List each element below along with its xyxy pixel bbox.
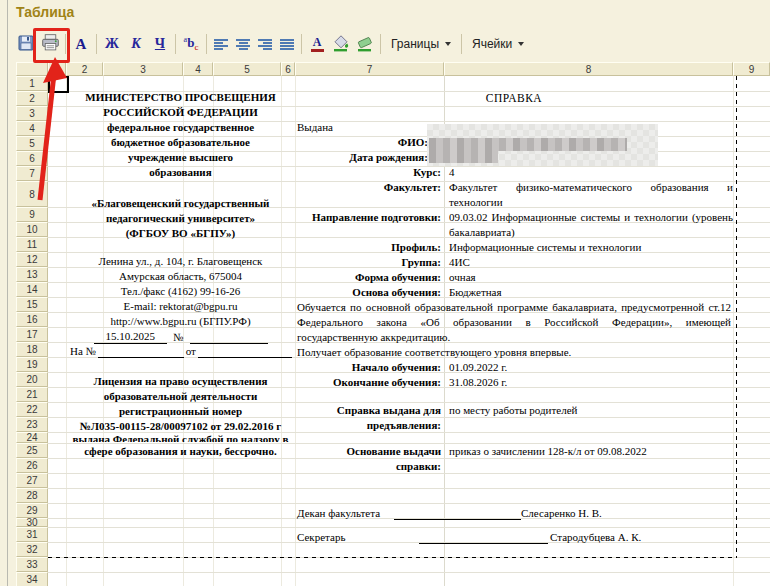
row-header-33[interactable]: 33	[16, 557, 48, 572]
doc-ref-prefix: На №	[70, 345, 96, 358]
row-header-19[interactable]: 19	[16, 357, 48, 372]
doc-paragraph-line-2: государственную аккредитацию.	[297, 331, 731, 344]
row-header-21[interactable]: 21	[16, 387, 48, 402]
redacted-birthdate-value	[429, 151, 498, 163]
row-header-31[interactable]: 31	[16, 527, 48, 542]
column-header-1[interactable]: 1	[48, 62, 66, 76]
field-value-program: бакалавриата)	[449, 226, 733, 239]
row-header-11[interactable]: 11	[16, 237, 48, 252]
doc-left-line-17: №Л035-00115-28/00097102 от 29.02.2016 г	[66, 420, 295, 433]
field-label-fio: ФИО:	[295, 136, 428, 149]
row-header-22[interactable]: 22	[16, 402, 48, 417]
doc-left-line-14: Лицензия на право осуществления	[66, 375, 295, 388]
row-header-14[interactable]: 14	[16, 282, 48, 297]
doc-text-first-degree: Получает образование соответствующего ур…	[297, 346, 571, 359]
column-header-4[interactable]: 4	[183, 62, 213, 76]
field-value-faculty: Факультет физико-математического образов…	[449, 181, 733, 194]
signature-role-0: Декан факультета	[297, 507, 380, 520]
doc-left-line-12: E-mail: rektorat@bgpu.ru	[66, 300, 295, 313]
row-header-30[interactable]: 30	[16, 518, 48, 527]
field-label-profile: Профиль:	[295, 241, 441, 254]
column-header-8[interactable]: 8	[444, 62, 733, 76]
grid-hline	[48, 572, 770, 573]
row-header-29[interactable]: 29	[16, 503, 48, 518]
grid-vline	[733, 76, 734, 586]
row-header-27[interactable]: 27	[16, 473, 48, 488]
row-header-10[interactable]: 10	[16, 222, 48, 237]
field-value-issued-for: по месту работы родителей	[449, 404, 733, 417]
row-header-6[interactable]: 6	[16, 151, 48, 166]
row-header-5[interactable]: 5	[16, 136, 48, 151]
field-label-birthdate: Дата рождения:	[295, 151, 428, 164]
doc-left-line-6: «Благовещенский государственный	[66, 197, 295, 210]
field-label-issued-for: Справка выдана для	[295, 404, 441, 417]
row-header-8[interactable]: 8	[16, 181, 48, 207]
row-header-17[interactable]: 17	[16, 327, 48, 342]
doc-paragraph-line-1: Федерального закона «Об образовании в Ро…	[297, 316, 731, 329]
page-break-vertical	[736, 76, 737, 558]
row-header-16[interactable]: 16	[16, 312, 48, 327]
active-cell-cursor	[48, 76, 69, 93]
field-value-study-form: очная	[449, 271, 733, 284]
column-header-7[interactable]: 7	[295, 62, 444, 76]
field-label-course: Курс:	[295, 166, 441, 179]
grid-hline	[48, 458, 770, 459]
row-header-13[interactable]: 13	[16, 267, 48, 282]
row-header-2[interactable]: 2	[16, 91, 48, 106]
field-value-faculty: технологии	[449, 196, 733, 209]
doc-left-line-15: образовательной деятельности	[66, 390, 295, 403]
row-header-4[interactable]: 4	[16, 121, 48, 136]
row-header-26[interactable]: 26	[16, 458, 48, 473]
field-label-faculty: Факультет:	[295, 181, 441, 194]
field-label-issue-basis: справки:	[295, 460, 441, 473]
column-header-2[interactable]: 2	[66, 62, 103, 76]
spreadsheet-editor-window: Таблица А Ж К Ч abc А	[0, 0, 770, 586]
row-header-15[interactable]: 15	[16, 297, 48, 312]
row-header-18[interactable]: 18	[16, 342, 48, 357]
grid-corner-button[interactable]	[16, 62, 48, 76]
field-value-profile: Информационные системы и технологии	[449, 241, 733, 254]
column-header-9[interactable]: 9	[733, 62, 770, 76]
field-value-study-basis: Бюджетная	[449, 286, 733, 299]
column-header-5[interactable]: 5	[213, 62, 281, 76]
row-header-34[interactable]: 34	[16, 572, 48, 586]
doc-left-line-13: http://www.bgpu.ru (БГПУ.РФ)	[66, 315, 295, 328]
row-header-1[interactable]: 1	[16, 76, 48, 91]
doc-date-value: 15.10.2025	[94, 330, 168, 344]
column-header-6[interactable]: 6	[281, 62, 295, 76]
row-header-12[interactable]: 12	[16, 252, 48, 267]
doc-left-line-11: Тел./факс (4162) 99-16-26	[66, 285, 295, 298]
field-label-start-date: Начало обучения:	[295, 361, 441, 374]
signature-role-1: Секретарь	[297, 531, 345, 544]
field-label-study-form: Форма обучения:	[295, 271, 441, 284]
row-header-3[interactable]: 3	[16, 106, 48, 121]
field-value-start-date: 01.09.2022 г.	[449, 361, 733, 374]
signature-name-0: Слесаренко Н. В.	[521, 507, 602, 520]
row-header-28[interactable]: 28	[16, 488, 48, 503]
field-label-end-date: Окончание обучения:	[295, 376, 441, 389]
doc-left-line-5: образования	[66, 166, 295, 179]
field-value-program: 09.03.02 Информационные системы и технол…	[449, 211, 733, 224]
row-header-23[interactable]: 23	[16, 417, 48, 432]
field-value-course: 4	[449, 166, 733, 179]
doc-number-label: №	[173, 331, 184, 344]
redacted-name-value	[429, 138, 627, 151]
doc-left-line-0: МИНИСТЕРСТВО ПРОСВЕЩЕНИЯ	[66, 91, 295, 104]
sheet-area[interactable]: 15.10.2025 № На № от 1234567891234567891…	[0, 0, 770, 586]
column-header-3[interactable]: 3	[103, 62, 183, 76]
field-label-issued-for: предъявления:	[295, 419, 441, 432]
doc-ref-infix: от	[186, 345, 196, 358]
row-header-25[interactable]: 25	[16, 443, 48, 458]
grid-hline	[48, 527, 770, 528]
row-header-32[interactable]: 32	[16, 542, 48, 557]
row-header-24[interactable]: 24	[16, 432, 48, 443]
grid-hline	[48, 443, 770, 444]
row-header-7[interactable]: 7	[16, 166, 48, 181]
field-label-study-basis: Основа обучения:	[295, 286, 441, 299]
doc-left-line-9: Ленина ул., д. 104, г. Благовещенск	[66, 255, 295, 268]
row-header-9[interactable]: 9	[16, 207, 48, 222]
field-value-group: 4ИС	[449, 256, 733, 269]
doc-left-line-19: сфере образования и науки, бессрочно.	[66, 445, 295, 458]
grid-hline	[48, 503, 770, 504]
row-header-20[interactable]: 20	[16, 372, 48, 387]
